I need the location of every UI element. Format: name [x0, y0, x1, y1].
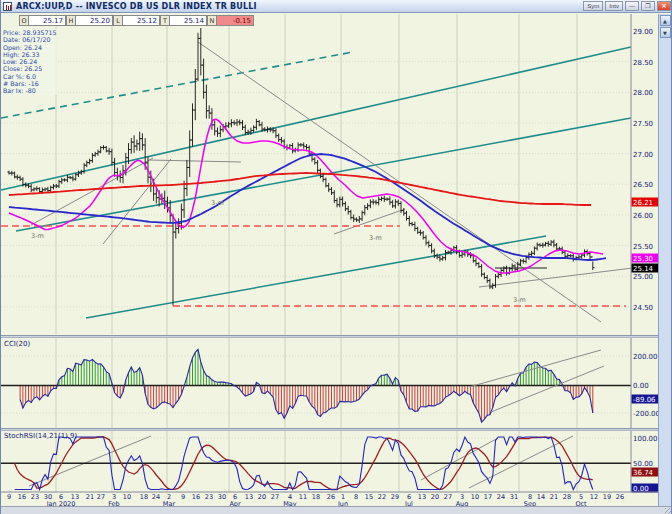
svg-text:23: 23: [31, 493, 39, 501]
svg-text:27: 27: [444, 493, 452, 501]
window-title: ARCX:UUP,D -- INVESCO DB US DLR INDEX TR…: [16, 2, 583, 11]
window-titlebar: ARCX:UUP,D -- INVESCO DB US DLR INDEX TR…: [1, 0, 672, 13]
svg-text:9: 9: [7, 493, 11, 501]
svg-text:25.00: 25.00: [633, 273, 653, 281]
svg-text:27: 27: [97, 493, 105, 501]
quote-field-label: O: [19, 15, 29, 26]
svg-text:13: 13: [245, 493, 253, 501]
interval-button[interactable]: Intv: [605, 1, 623, 11]
quote-field-label: T: [160, 15, 170, 26]
quote-field-value: 25.20: [76, 15, 113, 26]
svg-text:15: 15: [365, 493, 373, 501]
pane-splitter-cci-stochrsi[interactable]: [1, 428, 672, 431]
stochrsi-pane: [1, 436, 631, 490]
cycle-low-label: 3-m: [31, 232, 44, 240]
svg-text:21: 21: [86, 493, 94, 501]
teal-channel-top: [1, 47, 631, 190]
svg-text:11: 11: [299, 493, 307, 501]
info-panel-row: Open: 26.24: [3, 44, 57, 51]
svg-text:24.50: 24.50: [633, 304, 653, 312]
close-button[interactable]: ✕: [657, 1, 671, 11]
svg-text:23: 23: [205, 493, 213, 501]
info-panel-row: Bar Ix: -80: [3, 87, 57, 94]
price-axis[interactable]: 29.0028.5028.0027.5027.0026.5026.0025.50…: [631, 14, 661, 493]
svg-text:26.21: 26.21: [633, 199, 653, 207]
svg-text:18: 18: [140, 493, 148, 501]
gray-wedge-2: [103, 159, 171, 244]
vertical-scrollbar[interactable]: ▲ ▼: [658, 14, 671, 506]
svg-text:18: 18: [312, 493, 320, 501]
svg-text:36.74: 36.74: [633, 469, 654, 477]
cursor-info-panel: Price: 28.935715Date: 06/17/20Open: 26.2…: [3, 29, 57, 95]
svg-text:16: 16: [18, 493, 26, 501]
svg-text:22: 22: [378, 493, 386, 501]
svg-text:200.00: 200.00: [633, 353, 658, 361]
svg-text:25.50: 25.50: [633, 243, 653, 251]
info-panel-row: Low: 26.24: [3, 58, 57, 65]
svg-text:100.00: 100.00: [633, 435, 658, 443]
cci-pane: [1, 349, 631, 422]
quote-field-value: 25.17: [29, 15, 66, 26]
cycle-low-label: 3-m: [513, 296, 526, 304]
symbol-button[interactable]: Sym: [583, 1, 603, 11]
gray-june-support: [334, 209, 405, 234]
scroll-down-button[interactable]: ▼: [660, 27, 671, 38]
ma-mid-ma: [9, 154, 606, 260]
info-panel-row: Close: 26.25: [3, 65, 57, 72]
trendlines: [1, 42, 649, 322]
ma-fast-ema: [9, 119, 603, 273]
quote-row: O25.17H25.20L25.12T25.14N-0.15: [19, 15, 254, 26]
pane-splitter-main-cci[interactable]: [1, 335, 672, 338]
info-panel-row: High: 26.33: [3, 51, 57, 58]
svg-text:0.00: 0.00: [633, 382, 649, 390]
resize-grip[interactable]: [665, 508, 672, 514]
svg-text:30: 30: [218, 493, 226, 501]
svg-text:26: 26: [327, 493, 335, 501]
cycle-low-label: 3-m: [369, 234, 382, 242]
info-panel-row: Date: 06/17/20: [3, 36, 57, 43]
svg-text:31: 31: [510, 493, 518, 501]
svg-text:21: 21: [550, 493, 558, 501]
quote-field-value: 25.14: [170, 15, 207, 26]
svg-text:-89.06: -89.06: [633, 396, 656, 404]
stochrsi-pane-label: StochRSI(14,21(1),9): [4, 432, 77, 440]
svg-text:29.00: 29.00: [633, 28, 653, 36]
svg-text:28: 28: [563, 493, 571, 501]
svg-text:9: 9: [181, 493, 185, 501]
svg-text:27.00: 27.00: [633, 151, 653, 159]
svg-text:24: 24: [152, 493, 160, 501]
svg-text:26.00: 26.00: [633, 212, 653, 220]
stochrsi-trendline: [421, 438, 498, 480]
svg-text:50.00: 50.00: [633, 460, 653, 468]
info-panel-row: Car %: 6.0: [3, 73, 57, 80]
svg-text:27: 27: [271, 493, 279, 501]
window-bottom-bar: [1, 506, 672, 514]
info-panel-row: Price: 28.935715: [3, 29, 57, 36]
svg-text:26: 26: [616, 493, 624, 501]
svg-text:28.00: 28.00: [633, 89, 653, 97]
cycle-low-label: 3-m: [211, 199, 224, 207]
gridlines: [1, 14, 631, 492]
chart-canvas[interactable]: 29.0028.5028.0027.5027.0026.5026.0025.50…: [1, 0, 672, 514]
svg-text:-200.00: -200.00: [633, 410, 660, 418]
ma-slow-ma: [9, 173, 591, 205]
svg-text:17: 17: [484, 493, 492, 501]
svg-text:29: 29: [391, 493, 399, 501]
maximize-button[interactable]: ❐: [641, 1, 655, 11]
app-icon: [3, 2, 12, 11]
minimize-button[interactable]: —: [625, 1, 639, 11]
svg-text:12: 12: [590, 493, 598, 501]
cci-pane-label: CCI(20): [4, 340, 30, 348]
svg-text:27.50: 27.50: [633, 120, 653, 128]
svg-text:20: 20: [258, 493, 266, 501]
gray-apex: [149, 160, 241, 162]
cci-hatch-positive: [59, 349, 562, 385]
svg-text:13: 13: [418, 493, 426, 501]
scroll-up-button[interactable]: ▲: [660, 15, 671, 26]
quote-field-label: H: [66, 15, 76, 26]
quote-field-label: L: [113, 15, 123, 26]
info-panel-row: # Bars: -16: [3, 80, 57, 87]
svg-text:20: 20: [431, 493, 439, 501]
svg-text:26.50: 26.50: [633, 181, 653, 189]
svg-text:0.00: 0.00: [633, 485, 649, 493]
